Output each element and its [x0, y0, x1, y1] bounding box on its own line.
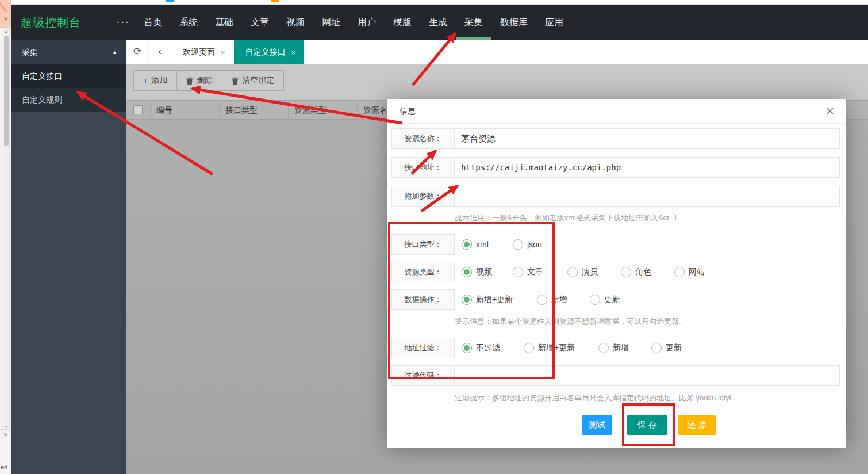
radio-xml[interactable]: xml [462, 234, 489, 255]
nav-item-generate[interactable]: 生成 [429, 5, 447, 40]
radio-circle-icon [513, 239, 523, 250]
sidebar-item-custom-interface[interactable]: 自定义接口 [11, 64, 126, 88]
field-row-addr-filter: 地址过滤： 不过滤 新增+更新 新增 更新 [387, 338, 846, 358]
close-icon[interactable]: × [221, 48, 225, 57]
save-button[interactable]: 保 存 [627, 415, 667, 435]
close-icon[interactable]: × [0, 429, 11, 439]
clear-binding-button[interactable]: 清空绑定 [222, 70, 284, 91]
radio-circle-icon [598, 343, 609, 353]
add-button[interactable]: + 添加 [133, 70, 177, 91]
nav-item-template[interactable]: 模版 [393, 5, 412, 40]
tab-bar: ⟳ ‹ 欢迎页面 × 自定义接口 × [126, 40, 868, 64]
nav-item-collect[interactable]: 采集 [464, 5, 483, 40]
nav-item-system[interactable]: 系统 [179, 5, 198, 40]
field-row-extra-params: 附加参数： [387, 186, 846, 207]
modal-close-icon[interactable]: ✕ [825, 99, 835, 124]
toolbar-strip: + 添加 删除 清空绑定 [126, 64, 868, 100]
scroll-up-icon[interactable]: ▲ [3, 29, 9, 33]
radio-circle-icon [513, 267, 523, 277]
radio-circle-icon [462, 343, 472, 353]
nav-item-user[interactable]: 用户 [358, 5, 376, 40]
extra-params-input[interactable] [455, 186, 840, 207]
nav-item-database[interactable]: 数据库 [500, 5, 528, 40]
main-nav: 首页 系统 基础 文章 视频 网址 用户 模版 生成 采集 数据库 应用 [144, 5, 581, 40]
select-all-checkbox[interactable] [133, 105, 143, 114]
field-row-filter-code: 过滤代码： [387, 365, 846, 386]
radio-add-update[interactable]: 新增+更新 [462, 289, 513, 310]
tab-label: 自定义接口 [245, 47, 286, 58]
close-icon[interactable]: × [0, 15, 11, 23]
collapse-icon: ▲ [112, 40, 117, 64]
tab-welcome[interactable]: 欢迎页面 × [171, 40, 234, 64]
scroll-down-icon[interactable]: ▼ [3, 425, 9, 429]
radio-article[interactable]: 文章 [513, 262, 543, 282]
api-url-input[interactable] [455, 157, 840, 178]
scrollbar-thumb[interactable] [4, 36, 9, 146]
more-menu-icon[interactable]: ··· [116, 5, 129, 38]
tab-custom-interface[interactable]: 自定义接口 × [234, 40, 305, 64]
background-window-top-strip [0, 0, 868, 5]
nav-item-basic[interactable]: 基础 [215, 5, 233, 40]
sidebar: 采集 ▲ 自定义接口 自定义规则 [11, 40, 126, 474]
sidebar-submenu: 自定义接口 自定义规则 [11, 64, 126, 112]
scrollbar[interactable]: ▲ ▼ [3, 28, 10, 430]
filter-code-input[interactable] [455, 365, 840, 386]
resource-name-input[interactable] [455, 128, 840, 149]
restore-button[interactable]: 还 原 [678, 415, 716, 435]
nav-item-url[interactable]: 网址 [322, 5, 340, 40]
radio-label: 新增+更新 [476, 295, 513, 305]
radio-add[interactable]: 新增 [537, 289, 567, 310]
radio-website[interactable]: 网站 [674, 262, 705, 282]
browser-tab-fragment-orange-icon [271, 0, 279, 2]
radio-label: 网站 [689, 267, 705, 277]
radio-label: 新增 [551, 295, 567, 305]
nav-item-article[interactable]: 文章 [251, 5, 269, 40]
resource-type-label: 资源类型： [391, 262, 455, 282]
radio-circle-icon [462, 239, 472, 250]
background-window-left-strip: × ▲ ▼ × ed [0, 5, 11, 474]
nav-item-video[interactable]: 视频 [286, 5, 305, 40]
radio-filter-update[interactable]: 更新 [651, 338, 682, 358]
radio-label: 文章 [527, 267, 543, 277]
divider [0, 25, 11, 26]
nav-item-apps[interactable]: 应用 [545, 5, 563, 40]
sidebar-item-custom-rule[interactable]: 自定义规则 [11, 88, 126, 112]
filter-hint: 过滤提示：多组地址的资源开启白名单后只会入库指定代码的地址。比如 youku,i… [455, 393, 731, 403]
radio-label: 新增 [613, 343, 629, 353]
radio-label: 角色 [635, 267, 651, 277]
delete-button[interactable]: 删除 [177, 70, 222, 91]
field-row-resource-name: 资源名称： [387, 128, 846, 149]
nav-item-home[interactable]: 首页 [144, 5, 162, 40]
table-header-interface-type: 接口类型 [220, 101, 289, 119]
radio-circle-icon [621, 267, 631, 277]
radio-update[interactable]: 更新 [590, 289, 620, 310]
background-window-text: ed [1, 464, 7, 471]
api-url-label: 接口地址： [391, 157, 455, 178]
app-logo: 超级控制台 [21, 5, 81, 40]
resource-name-label: 资源名称： [391, 128, 455, 149]
radio-filter-add[interactable]: 新增 [598, 338, 629, 358]
sidebar-group-collect[interactable]: 采集 ▲ [11, 40, 126, 64]
delete-button-label: 删除 [197, 75, 213, 86]
radio-json[interactable]: json [513, 234, 542, 255]
test-button[interactable]: 测试 [582, 415, 612, 435]
radio-circle-icon [567, 267, 578, 277]
modal-header: 信息 ✕ [387, 99, 846, 124]
radio-role[interactable]: 角色 [621, 262, 651, 282]
radio-label: xml [476, 240, 489, 249]
refresh-button[interactable]: ⟳ [126, 40, 149, 64]
extra-params-label: 附加参数： [391, 186, 455, 207]
radio-filter-add-update[interactable]: 新增+更新 [524, 338, 575, 358]
radio-video[interactable]: 视频 [462, 262, 492, 282]
close-icon[interactable]: × [291, 48, 296, 57]
radio-no-filter[interactable]: 不过滤 [462, 338, 500, 358]
radio-label: 更新 [604, 295, 620, 305]
clear-binding-button-label: 清空绑定 [242, 75, 274, 86]
trash-icon [186, 77, 193, 85]
radio-circle-icon [651, 343, 662, 353]
addr-filter-label: 地址过滤： [391, 338, 455, 358]
back-button[interactable]: ‹ [149, 40, 171, 64]
browser-tab-fragment-blue-icon [166, 0, 174, 2]
radio-actor[interactable]: 演员 [567, 262, 598, 282]
trash-icon [232, 77, 239, 85]
